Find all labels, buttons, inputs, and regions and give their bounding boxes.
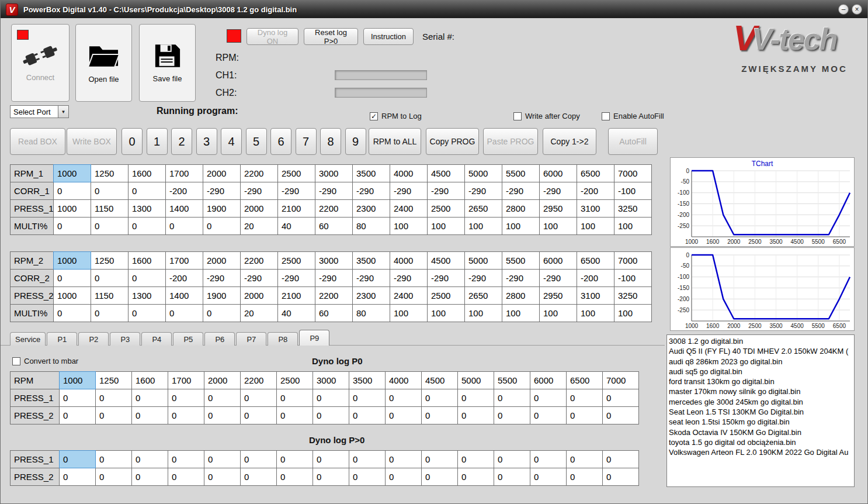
- enable-autofill-checkbox[interactable]: Enable AutoFill: [602, 112, 664, 120]
- table-cell[interactable]: 0: [131, 389, 168, 407]
- table-cell[interactable]: -290: [315, 182, 353, 200]
- table-cell[interactable]: 2200: [315, 199, 353, 218]
- table-cell[interactable]: 0: [240, 450, 277, 468]
- tab-p8[interactable]: P8: [268, 332, 298, 346]
- file-list-item[interactable]: seat leon 1.5tsi 150km go digital.bin: [669, 417, 852, 427]
- write-after-copy-checkbox[interactable]: Write after Copy: [513, 112, 580, 120]
- table-cell[interactable]: 0: [204, 406, 241, 424]
- table-cell[interactable]: 4500: [427, 251, 465, 270]
- number-button-1[interactable]: 1: [147, 128, 168, 155]
- table-cell[interactable]: 2500: [427, 199, 465, 218]
- table-cell[interactable]: -200: [165, 182, 203, 200]
- table-cell[interactable]: 1400: [165, 199, 203, 218]
- minimize-button[interactable]: –: [838, 4, 849, 15]
- table-cell[interactable]: 2100: [277, 199, 315, 218]
- table-cell[interactable]: 0: [457, 406, 494, 424]
- table-cell[interactable]: 2000: [240, 199, 278, 218]
- table-cell[interactable]: 1000: [59, 371, 96, 389]
- table-cell[interactable]: 0: [165, 304, 203, 322]
- table-cell[interactable]: 1000: [53, 286, 91, 305]
- tab-p6[interactable]: P6: [204, 332, 235, 346]
- table-cell[interactable]: 1600: [128, 164, 166, 182]
- table-cell[interactable]: 100: [427, 304, 465, 322]
- table-cell[interactable]: 0: [349, 389, 386, 407]
- table-cell[interactable]: 100: [390, 304, 428, 322]
- table-cell[interactable]: 6500: [566, 371, 603, 389]
- table-cell[interactable]: 0: [53, 304, 91, 322]
- table-cell[interactable]: 3100: [577, 286, 614, 305]
- table-cell[interactable]: 60: [315, 304, 353, 322]
- table-cell[interactable]: 1150: [91, 286, 129, 305]
- table-cell[interactable]: 0: [313, 468, 349, 486]
- table-cell[interactable]: -100: [614, 182, 652, 200]
- table-cell[interactable]: 0: [165, 217, 203, 235]
- tab-p3[interactable]: P3: [110, 332, 140, 346]
- table-cell[interactable]: 2650: [464, 286, 502, 305]
- table-cell[interactable]: 0: [59, 389, 96, 407]
- table-cell[interactable]: 2950: [539, 286, 577, 305]
- rpm-to-log-checkbox[interactable]: ✓ RPM to Log: [370, 112, 422, 120]
- table-cell[interactable]: 0: [131, 450, 168, 468]
- table-cell[interactable]: 100: [502, 304, 540, 322]
- table-cell[interactable]: 2500: [277, 164, 315, 182]
- file-list-item[interactable]: Audi Q5 II (FY FL) 40 TDI MHEV 2.0 150kW…: [669, 346, 852, 356]
- table-cell[interactable]: 0: [53, 269, 91, 287]
- table-cell[interactable]: 0: [349, 406, 386, 424]
- table-cell[interactable]: 2400: [390, 199, 428, 218]
- table-cell[interactable]: 0: [128, 217, 166, 235]
- table-cell[interactable]: 0: [385, 468, 422, 486]
- file-list-item[interactable]: ford transit 130km go digital.bin: [669, 377, 852, 386]
- table-cell[interactable]: 0: [95, 450, 132, 468]
- tab-p7[interactable]: P7: [236, 332, 266, 346]
- table-cell[interactable]: 0: [421, 468, 458, 486]
- table-cell[interactable]: 0: [95, 389, 132, 407]
- table-cell[interactable]: -200: [577, 269, 614, 287]
- table-cell[interactable]: 1900: [203, 286, 241, 305]
- file-list-item[interactable]: Volkswagen Arteon FL 2.0 190KM 2022 Go D…: [669, 447, 852, 457]
- table-cell[interactable]: 0: [602, 450, 639, 468]
- table-cell[interactable]: -290: [352, 182, 390, 200]
- table-cell[interactable]: 100: [502, 217, 540, 235]
- table-cell[interactable]: 0: [203, 304, 241, 322]
- table-cell[interactable]: 0: [131, 406, 168, 424]
- table-cell[interactable]: -200: [577, 182, 614, 200]
- table-cell[interactable]: 0: [276, 389, 313, 407]
- tab-p1[interactable]: P1: [47, 332, 77, 346]
- table-cell[interactable]: 0: [59, 450, 96, 468]
- table-cell[interactable]: 1300: [128, 286, 166, 305]
- table-cell[interactable]: 4500: [427, 164, 465, 182]
- table-cell[interactable]: 2000: [240, 286, 278, 305]
- table-cell[interactable]: 1250: [91, 164, 129, 182]
- tab-p9[interactable]: P9: [299, 330, 329, 346]
- close-button[interactable]: ×: [852, 4, 862, 15]
- table-cell[interactable]: 0: [276, 406, 313, 424]
- table-cell[interactable]: -290: [240, 269, 278, 287]
- table-cell[interactable]: 0: [421, 389, 458, 407]
- file-list-item[interactable]: Skoda Octavia IV 150KM Go Digital.bin: [669, 427, 852, 437]
- table-cell[interactable]: 2200: [240, 164, 278, 182]
- table-cell[interactable]: 3500: [349, 371, 386, 389]
- reset-log-button[interactable]: Reset log P>0: [304, 28, 358, 45]
- table-cell[interactable]: 0: [276, 468, 313, 486]
- table-cell[interactable]: 100: [464, 217, 502, 235]
- table-cell[interactable]: 0: [385, 406, 422, 424]
- table-cell[interactable]: 2300: [352, 286, 390, 305]
- table-cell[interactable]: 6500: [577, 251, 614, 270]
- table-cell[interactable]: -290: [539, 182, 577, 200]
- table-cell[interactable]: -290: [464, 182, 502, 200]
- table-cell[interactable]: 2500: [277, 251, 315, 270]
- read-box-button[interactable]: Read BOX: [10, 128, 65, 155]
- table-cell[interactable]: -290: [315, 269, 353, 287]
- table-cell[interactable]: 1000: [53, 199, 91, 218]
- table-cell[interactable]: 100: [464, 304, 502, 322]
- table-cell[interactable]: 0: [385, 450, 422, 468]
- table-cell[interactable]: 0: [59, 406, 96, 424]
- tab-p2[interactable]: P2: [78, 332, 109, 346]
- file-list-item[interactable]: audi sq5 go digital.bin: [669, 367, 852, 377]
- table-cell[interactable]: 0: [204, 389, 241, 407]
- table-cell[interactable]: 5500: [502, 251, 540, 270]
- table-cell[interactable]: 5000: [464, 251, 502, 270]
- table-cell[interactable]: 0: [240, 389, 277, 407]
- number-button-9[interactable]: 9: [345, 128, 366, 155]
- table-cell[interactable]: -290: [390, 269, 428, 287]
